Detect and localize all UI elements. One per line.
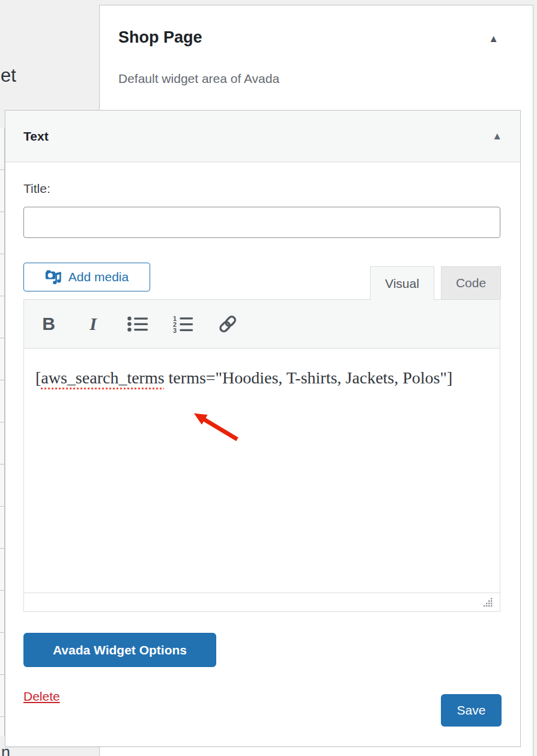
resize-grip[interactable] xyxy=(483,598,493,607)
text-widget-title: Text xyxy=(23,129,49,144)
italic-icon: I xyxy=(90,314,97,334)
numbered-list-icon: 1 2 3 xyxy=(172,316,193,333)
numbered-list-button[interactable]: 1 2 3 xyxy=(172,312,193,336)
bold-button[interactable]: B xyxy=(38,312,59,336)
bold-icon: B xyxy=(42,314,55,334)
editor-content[interactable]: [aws_search_terms terms="Hoodies, T-shir… xyxy=(24,349,500,593)
editor-toolbar: B I 1 2 xyxy=(24,300,500,349)
editor-mode-tabs: Visual Code xyxy=(370,266,501,300)
editor-statusbar xyxy=(24,593,500,611)
title-field-label: Title: xyxy=(23,181,50,196)
annotation-arrow xyxy=(186,400,252,448)
add-media-button[interactable]: Add media xyxy=(23,263,150,291)
collapse-arrow-icon[interactable]: ▲ xyxy=(488,33,499,45)
bulleted-list-icon xyxy=(127,316,148,332)
link-icon xyxy=(217,314,238,334)
tab-code[interactable]: Code xyxy=(441,266,501,299)
tab-code-label: Code xyxy=(456,276,486,290)
shortcode-paragraph: [aws_search_terms terms="Hoodies, T-shir… xyxy=(35,363,488,393)
avada-widget-options-button[interactable]: Avada Widget Options xyxy=(23,633,216,667)
save-button[interactable]: Save xyxy=(441,694,502,727)
add-media-label: Add media xyxy=(68,270,129,284)
widget-area-description: Default widget area of Avada xyxy=(118,72,279,86)
media-icon xyxy=(45,270,62,285)
visual-editor: B I 1 2 xyxy=(23,299,500,612)
widgets-admin-screen: et n Shop Page Default widget area of Av… xyxy=(0,0,537,756)
text-widget-header[interactable]: Text ▲ xyxy=(5,111,520,162)
widget-area-title: Shop Page xyxy=(118,28,202,47)
shortcode-attributes: terms="Hoodies, T-shirts, Jackets, Polos… xyxy=(165,368,453,387)
shortcode-bracket: [ xyxy=(35,368,41,387)
collapse-arrow-icon[interactable]: ▲ xyxy=(492,130,502,142)
insert-link-button[interactable] xyxy=(217,312,238,336)
title-input[interactable] xyxy=(23,207,500,238)
tab-visual[interactable]: Visual xyxy=(370,266,434,300)
covered-widget-list-strip xyxy=(0,128,5,736)
svg-text:3: 3 xyxy=(173,326,177,332)
delete-link[interactable]: Delete xyxy=(23,689,60,704)
italic-button[interactable]: I xyxy=(83,312,103,336)
bulleted-list-button[interactable] xyxy=(127,312,148,336)
partial-background-text-top: et xyxy=(1,65,16,87)
text-widget-panel: Text ▲ Title: xyxy=(5,110,521,747)
tab-visual-label: Visual xyxy=(385,276,419,291)
shortcode-name-misspelled: aws_search_terms xyxy=(41,368,164,387)
